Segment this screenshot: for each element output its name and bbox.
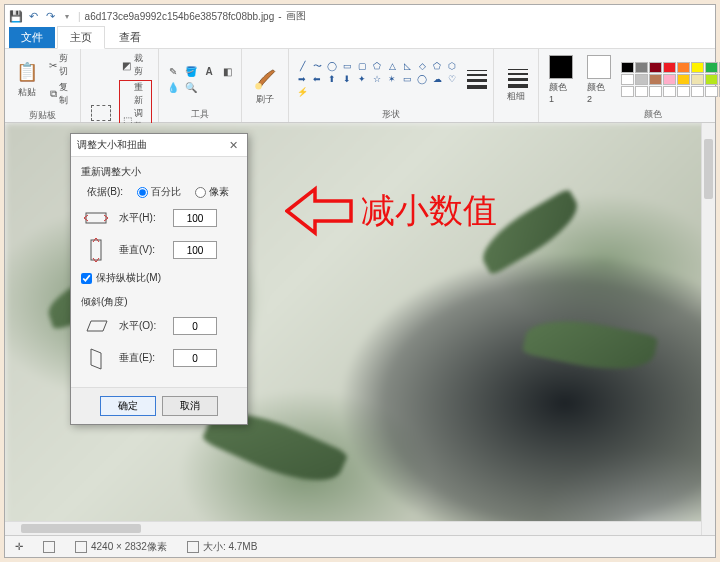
zoom-tool[interactable]: 🔍: [183, 80, 199, 94]
aspect-checkbox[interactable]: [81, 273, 92, 284]
pencil-tool[interactable]: ✎: [165, 64, 181, 78]
palette-color[interactable]: [635, 74, 648, 85]
radio-percent-input[interactable]: [137, 187, 148, 198]
crop-label: 裁剪: [134, 52, 150, 78]
shape-star5[interactable]: ☆: [370, 73, 384, 85]
shape-star4[interactable]: ✦: [355, 73, 369, 85]
shape-callout-rect[interactable]: ▭: [400, 73, 414, 85]
palette-color[interactable]: [691, 74, 704, 85]
vertical-icon: [83, 239, 109, 261]
cut-label: 剪切: [59, 52, 72, 78]
palette-color[interactable]: [663, 86, 676, 97]
palette-color[interactable]: [663, 74, 676, 85]
file-size: 大小: 4.7MB: [187, 540, 257, 554]
palette-color[interactable]: [635, 86, 648, 97]
palette-color[interactable]: [677, 74, 690, 85]
shape-heart[interactable]: ♡: [445, 73, 459, 85]
shape-diamond[interactable]: ◇: [415, 60, 429, 72]
color1-button[interactable]: 颜色 1: [545, 53, 577, 106]
resize-section-label: 重新调整大小: [81, 165, 237, 179]
color2-button[interactable]: 颜色 2: [583, 53, 615, 106]
size-button[interactable]: 粗细: [500, 67, 532, 105]
crop-button[interactable]: ◩裁剪: [119, 51, 152, 79]
ok-button[interactable]: 确定: [100, 396, 156, 416]
hscroll-thumb[interactable]: [21, 524, 141, 533]
save-icon[interactable]: 💾: [9, 9, 23, 23]
shape-arrow-d[interactable]: ⬇: [340, 73, 354, 85]
paste-label: 粘贴: [18, 86, 36, 99]
cut-button[interactable]: ✂剪切: [47, 51, 74, 79]
radio-pixels[interactable]: 像素: [195, 185, 229, 199]
tab-file[interactable]: 文件: [9, 27, 55, 48]
copy-button[interactable]: ⧉复制: [47, 80, 74, 108]
vertical-label: 垂直(V):: [119, 243, 163, 257]
canvas-area[interactable]: 减小数值 调整大小和扭曲 ✕ 重新调整大小 依据(B): 百分比 像素 水平(H…: [5, 123, 715, 535]
text-tool[interactable]: A: [201, 64, 217, 78]
shape-arrow-r[interactable]: ➡: [295, 73, 309, 85]
palette-color[interactable]: [705, 74, 718, 85]
svg-rect-3: [86, 213, 106, 223]
brush-button[interactable]: 刷子: [248, 63, 282, 108]
redo-icon[interactable]: ↷: [43, 9, 57, 23]
shape-line[interactable]: ╱: [295, 60, 309, 72]
dialog-titlebar[interactable]: 调整大小和扭曲 ✕: [71, 134, 247, 157]
radio-percent[interactable]: 百分比: [137, 185, 181, 199]
shape-triangle[interactable]: △: [385, 60, 399, 72]
vertical-input[interactable]: [173, 241, 217, 259]
shape-pentagon[interactable]: ⬠: [430, 60, 444, 72]
palette-color[interactable]: [621, 86, 634, 97]
palette-color[interactable]: [691, 86, 704, 97]
fill-tool[interactable]: 🪣: [183, 64, 199, 78]
tab-view[interactable]: 查看: [107, 27, 153, 48]
palette-color[interactable]: [691, 62, 704, 73]
shape-rect[interactable]: ▭: [340, 60, 354, 72]
palette-color[interactable]: [621, 62, 634, 73]
palette-color[interactable]: [677, 86, 690, 97]
title-filename: a6d173ce9a9992c154b6e38578fc08bb.jpg: [85, 11, 275, 22]
close-icon[interactable]: ✕: [225, 138, 241, 152]
shape-rtriangle[interactable]: ◺: [400, 60, 414, 72]
vertical-scrollbar[interactable]: [701, 123, 715, 535]
paste-button[interactable]: 📋 粘贴: [11, 58, 43, 101]
shape-arrow-u[interactable]: ⬆: [325, 73, 339, 85]
shapes-gallery[interactable]: ╱ 〜 ◯ ▭ ▢ ⬠ △ ◺ ◇ ⬠ ⬡ ➡ ⬅ ⬆ ⬇ ✦ ☆: [295, 60, 459, 98]
shape-curve[interactable]: 〜: [310, 60, 324, 72]
scissors-icon: ✂: [49, 59, 57, 71]
radio-pixels-input[interactable]: [195, 187, 206, 198]
qat-dropdown-icon[interactable]: ▾: [60, 9, 74, 23]
shape-roundrect[interactable]: ▢: [355, 60, 369, 72]
palette-color[interactable]: [705, 62, 718, 73]
horizontal-scrollbar[interactable]: [5, 521, 701, 535]
shape-hexagon[interactable]: ⬡: [445, 60, 459, 72]
shape-oval[interactable]: ◯: [325, 60, 339, 72]
picker-tool[interactable]: 💧: [165, 80, 181, 94]
skew-h-input[interactable]: [173, 317, 217, 335]
cancel-button[interactable]: 取消: [162, 396, 218, 416]
palette-color[interactable]: [635, 62, 648, 73]
horizontal-input[interactable]: [173, 209, 217, 227]
shape-outline-dropdown[interactable]: [467, 70, 487, 89]
shape-star6[interactable]: ✶: [385, 73, 399, 85]
palette-color[interactable]: [677, 62, 690, 73]
group-brushes: 刷子: [242, 49, 289, 122]
shape-arrow-l[interactable]: ⬅: [310, 73, 324, 85]
shape-polygon[interactable]: ⬠: [370, 60, 384, 72]
vscroll-thumb[interactable]: [704, 139, 713, 199]
tab-home[interactable]: 主页: [57, 26, 105, 49]
shape-callout-oval[interactable]: ◯: [415, 73, 429, 85]
palette-color[interactable]: [649, 74, 662, 85]
palette-color[interactable]: [621, 74, 634, 85]
quick-access-toolbar: 💾 ↶ ↷ ▾: [9, 9, 74, 23]
skew-v-input[interactable]: [173, 349, 217, 367]
palette-color[interactable]: [649, 86, 662, 97]
palette-color[interactable]: [663, 62, 676, 73]
eraser-tool[interactable]: ◧: [219, 64, 235, 78]
group-tools: ✎ 🪣 A ◧ 💧 🔍 工具: [159, 49, 242, 122]
by-label: 依据(B):: [87, 185, 123, 199]
palette-color[interactable]: [705, 86, 718, 97]
shape-callout-cloud[interactable]: ☁: [430, 73, 444, 85]
undo-icon[interactable]: ↶: [26, 9, 40, 23]
shape-lightning[interactable]: ⚡: [295, 86, 309, 98]
shapes-group-label: 形状: [295, 107, 487, 121]
palette-color[interactable]: [649, 62, 662, 73]
